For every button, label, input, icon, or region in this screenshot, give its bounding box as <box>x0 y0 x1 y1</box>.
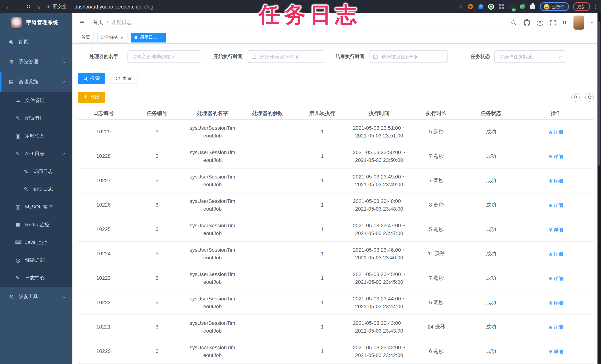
database-icon: ▥ <box>15 204 21 210</box>
extension-blue-icon[interactable] <box>478 3 484 10</box>
browser-menu-icon[interactable] <box>594 4 597 9</box>
show-search-icon[interactable] <box>571 93 580 101</box>
sidebar-item-home[interactable]: ◉首页 <box>0 32 72 52</box>
handler-name-label: 处理器的名字 <box>90 53 118 60</box>
chevron-down-icon[interactable]: ▾ <box>591 20 593 25</box>
cell-status: 成功 <box>464 323 518 331</box>
detail-link[interactable]: ◉详细 <box>549 152 563 160</box>
refresh-icon[interactable] <box>585 93 594 101</box>
eye-icon: ◉ <box>549 201 553 209</box>
cell-job-id: 3 <box>129 250 185 258</box>
extension-on-icon[interactable]: on <box>509 3 515 10</box>
table-row: 102213sysUserSessionTimeoutJob12021-05-0… <box>78 315 594 339</box>
sidebar-item-system-management[interactable]: ⚙系统管理∨ <box>0 52 72 72</box>
detail-link[interactable]: ◉详细 <box>549 201 563 209</box>
sidebar-item-java-monitor[interactable]: ⌨Java 监控 <box>0 233 72 251</box>
sidebar-item-label: 链路追踪 <box>25 257 72 263</box>
search-button[interactable]: 搜索 <box>78 73 105 84</box>
sidebar-item-infrastructure[interactable]: ▤基础设施∧ <box>0 72 72 92</box>
close-icon[interactable]: × <box>160 35 162 40</box>
cell-execute-time: 2021-05-03 23:43:00 ~2021-05-03 23:43:00 <box>350 319 409 335</box>
github-icon[interactable] <box>524 19 530 26</box>
eye-icon: ◉ <box>549 348 553 355</box>
reset-button[interactable]: 重置 <box>110 73 138 84</box>
reload-icon[interactable]: ↻ <box>24 2 33 11</box>
cell-action: ◉详细 <box>518 128 594 136</box>
emoji-avatar <box>544 4 549 10</box>
job-status-select[interactable] <box>494 50 565 63</box>
sidebar-item-redis-monitor[interactable]: ≣Redis 监控 <box>0 216 72 233</box>
user-avatar[interactable] <box>573 16 584 30</box>
sidebar-item-dev-tools[interactable]: ⚒研发工具∨ <box>0 287 72 307</box>
app-logo-row[interactable]: 芋道管理系统 <box>0 13 72 32</box>
back-icon[interactable]: ← <box>4 2 13 11</box>
extension-green-y-icon[interactable]: y <box>488 3 494 10</box>
home-icon[interactable]: ⌂ <box>34 2 43 11</box>
update-button[interactable]: 更新 <box>573 2 590 11</box>
bookmark-star-icon[interactable]: ☆ <box>458 3 463 10</box>
security-label: 不安全 <box>52 3 67 10</box>
address-bar[interactable]: ⚠ 不安全 dashboard.yudao.iocoder.cn/job/log <box>47 3 153 10</box>
header-actions: ? tT ▾ <box>511 16 593 30</box>
sidebar-item-config-management[interactable]: ✎配置管理 <box>0 109 72 127</box>
sidebar-item-label: 首页 <box>19 39 72 45</box>
sidebar-item-access-log[interactable]: ✎访问日志 <box>0 162 72 180</box>
detail-link[interactable]: ◉详细 <box>549 128 563 136</box>
cell-duration: 7 毫秒 <box>409 177 464 184</box>
sidebar-item-api-log[interactable]: ✎API 日志∧ <box>0 145 72 162</box>
extensions-puzzle-icon[interactable] <box>529 3 536 10</box>
column-header: 任务编号 <box>129 110 185 117</box>
cell-job-id: 3 <box>129 323 185 331</box>
sidebar-item-link-tracing[interactable]: ◎链路追踪 <box>0 251 72 269</box>
tag-定时任务[interactable]: 定时任务× <box>97 33 127 42</box>
cell-handler-name: sysUserSessionTimeoutJob <box>185 319 240 335</box>
detail-link[interactable]: ◉详细 <box>549 348 563 355</box>
sidebar-item-scheduled-task[interactable]: ▣定时任务 <box>0 127 72 145</box>
cell-execute-index: 1 <box>295 177 350 184</box>
forward-icon[interactable]: → <box>14 2 23 11</box>
sidebar-item-file-management[interactable]: ☁文件管理 <box>0 92 72 109</box>
scrollbar-thumb[interactable] <box>598 21 600 166</box>
column-header: 处理器的参数 <box>240 110 295 117</box>
cell-status: 成功 <box>464 225 518 233</box>
sidebar-item-mysql-monitor[interactable]: ▥MySQL 监控 <box>0 198 72 216</box>
help-icon[interactable]: ? <box>537 20 543 26</box>
search-icon[interactable] <box>511 20 517 26</box>
handler-name-input[interactable] <box>128 50 201 63</box>
screen: ← → ↻ ⌂ ⚠ 不安全 dashboard.yudao.iocoder.cn… <box>0 0 601 364</box>
begin-time-input[interactable] <box>248 50 324 63</box>
job-status-field: ∨ <box>494 50 565 63</box>
fullscreen-icon[interactable] <box>550 20 556 26</box>
close-icon[interactable]: × <box>121 35 124 40</box>
sidebar-item-error-log[interactable]: ✎错误日志 <box>0 180 72 198</box>
breadcrumb-home[interactable]: 首页 <box>93 19 103 26</box>
cell-execute-index: 1 <box>295 299 350 306</box>
column-header: 日志编号 <box>78 110 129 117</box>
detail-link[interactable]: ◉详细 <box>549 177 563 185</box>
cell-handler-name: sysUserSessionTimeoutJob <box>185 124 240 140</box>
extension-leaf-icon[interactable] <box>519 3 525 10</box>
cell-status: 成功 <box>464 299 518 306</box>
cell-execute-time: 2021-05-03 23:48:00 ~2021-05-03 23:48:00 <box>350 197 409 213</box>
profile-paused-badge[interactable]: 已暂停 <box>540 2 569 11</box>
sidebar-item-log-center[interactable]: ✎日志中心 <box>0 269 72 287</box>
scrollbar[interactable] <box>597 13 601 364</box>
detail-link[interactable]: ◉详细 <box>549 274 563 282</box>
extension-orange-icon[interactable] <box>467 3 473 10</box>
tag-调度日志[interactable]: 调度日志× <box>131 33 166 42</box>
font-size-icon[interactable]: tT <box>563 20 567 26</box>
detail-link[interactable]: ◉详细 <box>549 226 563 233</box>
hamburger-icon[interactable]: ≡ <box>77 18 87 27</box>
detail-link[interactable]: ◉详细 <box>549 250 563 258</box>
detail-link[interactable]: ◉详细 <box>549 299 563 306</box>
tag-首页[interactable]: 首页 <box>78 33 94 42</box>
export-button[interactable]: 导出 <box>78 92 105 103</box>
content: 处理器的名字 开始执行时间 结束执行时间 任务状态 ∨ <box>72 44 601 364</box>
sidebar-item-label: 配置管理 <box>25 115 72 121</box>
cell-job-id: 3 <box>129 274 185 282</box>
begin-time-field <box>248 50 324 63</box>
main-area: ≡ 首页 / 调度日志 ? tT ▾ <box>72 13 601 364</box>
detail-link[interactable]: ◉详细 <box>549 323 563 331</box>
extension-grid-icon[interactable] <box>498 3 505 10</box>
end-time-input[interactable] <box>369 50 448 63</box>
